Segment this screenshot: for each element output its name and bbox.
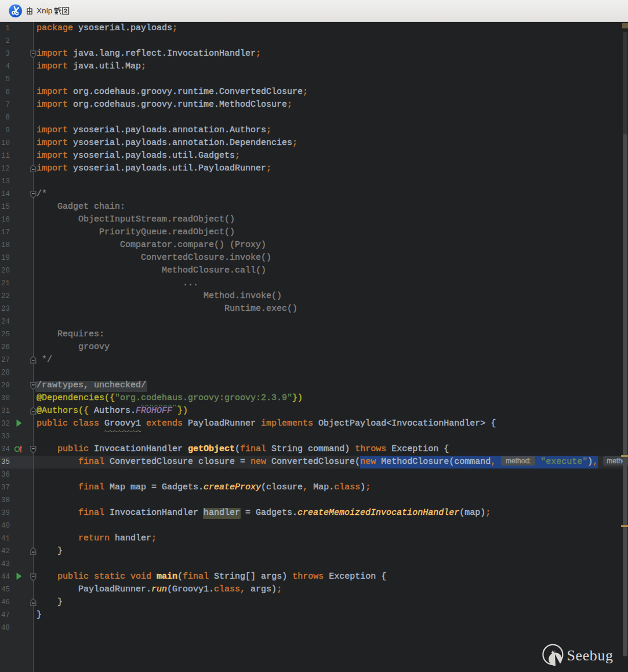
svg-text:Seebug: Seebug xyxy=(567,647,614,664)
